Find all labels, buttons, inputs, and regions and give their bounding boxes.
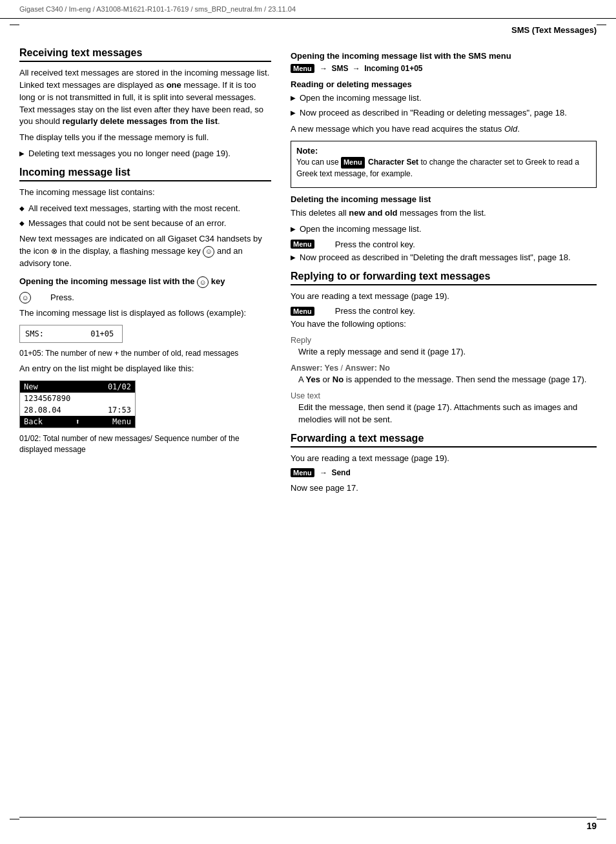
deleting-menu-press: Menu Press the control key. bbox=[291, 240, 597, 249]
note-menu-key: Menu bbox=[341, 157, 365, 169]
reply-option-answer: Answer: Yes / Answer: No A Yes or No is … bbox=[291, 364, 597, 386]
replying-heading: Replying to or forwarding text messages bbox=[291, 271, 597, 285]
reply-option-reply: Reply Write a reply message and send it … bbox=[291, 336, 597, 358]
arrow-2: → bbox=[353, 64, 360, 73]
incoming-bullet-1: All received text messages, starting wit… bbox=[19, 203, 271, 215]
use-text-title: Use text bbox=[291, 391, 597, 400]
page-footer: 19 bbox=[19, 817, 597, 831]
incoming-title: Incoming message list bbox=[19, 167, 271, 181]
replying-p2: You have the following options: bbox=[291, 318, 597, 331]
screen-nav-arrow: ⬆ bbox=[75, 417, 79, 426]
incoming-p1: The incoming message list contains: bbox=[19, 187, 271, 199]
screen-row4-right: Menu bbox=[112, 417, 131, 426]
sms-section-header: SMS (Text Messages) bbox=[0, 19, 616, 38]
replying-menu-key: Menu bbox=[291, 307, 314, 316]
reading-bullet-1: Open the incoming message list. bbox=[291, 92, 597, 105]
screen-list: New 01/02 1234567890 28.08.04 17:53 Back… bbox=[19, 380, 136, 428]
press-line: ☺ Press. bbox=[19, 292, 271, 304]
deleting-bullets2: Now proceed as described in "Deleting th… bbox=[291, 252, 597, 264]
screen-row3-right: 17:53 bbox=[108, 406, 131, 415]
main-content: Receiving text messages All received tex… bbox=[0, 45, 616, 499]
screen-sms-label: SMS: bbox=[25, 329, 90, 338]
delete-note-list: Deleting text messages you no longer nee… bbox=[19, 148, 271, 160]
forwarding-heading: Forwarding a text message bbox=[291, 433, 597, 448]
deleting-heading: Deleting the incoming message list bbox=[291, 194, 597, 204]
intro-p2: The display tells you if the message mem… bbox=[19, 132, 271, 144]
deleting-press-text: Press the control key. bbox=[335, 240, 415, 249]
answer-title: Answer: Yes / Answer: No bbox=[291, 364, 597, 373]
reading-note-p: A new message which you have read acquir… bbox=[291, 123, 597, 136]
display-example-p: The incoming message list is displayed a… bbox=[19, 307, 271, 320]
corner-mark-tr bbox=[597, 25, 606, 25]
sms-tag: SMS bbox=[331, 64, 348, 73]
screen-row-4: Back ⬆ Menu bbox=[20, 416, 135, 427]
intro-paragraph: All received text messages are stored in… bbox=[19, 67, 271, 128]
open-key-heading: Opening the incoming message list with t… bbox=[19, 276, 271, 288]
reply-option-use-text: Use text Edit the message, then send it … bbox=[291, 391, 597, 426]
new-messages-p: New text messages are indicated on all G… bbox=[19, 233, 271, 270]
note-box: Note: You can use Menu Character Set to … bbox=[291, 141, 597, 189]
incoming-path: Incoming 01+05 bbox=[364, 64, 422, 73]
open-sms-heading: Opening the incoming message list with t… bbox=[291, 51, 597, 61]
press-icon: ☺ bbox=[19, 292, 31, 304]
delete-note-text: Deleting text messages you no longer nee… bbox=[28, 148, 231, 160]
screen-row-3: 28.08.04 17:53 bbox=[20, 404, 135, 416]
screen-sms-value: 01+05 bbox=[90, 329, 114, 338]
example-p: An entry on the list might be displayed … bbox=[19, 363, 271, 375]
arrow-1: → bbox=[320, 64, 327, 73]
page: Gigaset C340 / Im-eng / A31008-M1621-R10… bbox=[0, 0, 616, 844]
note-label: Note: bbox=[296, 145, 591, 157]
caption1: 01+05: The number of new + the number of… bbox=[19, 348, 271, 359]
replying-p1: You are reading a text message (page 19)… bbox=[291, 291, 597, 303]
reading-heading: Reading or deleting messages bbox=[291, 79, 597, 89]
press-label-text: Press. bbox=[50, 293, 74, 302]
replying-menu-press: Menu Press the control key. bbox=[291, 306, 597, 316]
screen-row-1: New 01/02 bbox=[20, 381, 135, 393]
use-text-body: Edit the message, then send it (page 17)… bbox=[298, 402, 597, 426]
right-column: Opening the incoming message list with t… bbox=[291, 45, 597, 499]
reading-bullet-2: Now proceed as described in "Reading or … bbox=[291, 107, 597, 119]
screen-row-2: 1234567890 bbox=[20, 393, 135, 404]
caption2: 01/02: Total number of new messages/ Seq… bbox=[19, 433, 271, 456]
corner-mark-tl bbox=[10, 25, 19, 25]
old-status: Old bbox=[504, 124, 517, 134]
corner-mark-bl bbox=[10, 819, 19, 819]
deleting-bullet-1: Open the incoming message list. bbox=[291, 223, 597, 236]
screen-row2-text: 1234567890 bbox=[24, 394, 70, 403]
page-header: Gigaset C340 / Im-eng / A31008-M1621-R10… bbox=[0, 0, 616, 19]
menu-path: Menu → SMS → Incoming 01+05 bbox=[291, 64, 597, 73]
delete-note-item: Deleting text messages you no longer nee… bbox=[19, 148, 271, 160]
left-column: Receiving text messages All received tex… bbox=[19, 45, 271, 499]
deleting-bullet-2: Now proceed as described in "Deleting th… bbox=[291, 252, 597, 264]
main-title: Receiving text messages bbox=[19, 47, 271, 62]
message-key-icon: ☺ bbox=[203, 246, 214, 258]
reply-title: Reply bbox=[291, 336, 597, 345]
screen-row1-right: 01/02 bbox=[108, 382, 131, 391]
page-number: 19 bbox=[586, 821, 597, 831]
deleting-menu-key: Menu bbox=[291, 240, 314, 249]
corner-mark-br bbox=[597, 819, 606, 819]
screen-row1-left: New bbox=[24, 382, 38, 391]
forwarding-arrow: → bbox=[320, 468, 327, 477]
reading-bullets: Open the incoming message list. Now proc… bbox=[291, 92, 597, 119]
replying-press-text: Press the control key. bbox=[335, 306, 415, 316]
forwarding-menu-send: Menu → Send bbox=[291, 468, 597, 477]
forwarding-p2: Now see page 17. bbox=[291, 482, 597, 495]
menu-key-badge: Menu bbox=[291, 64, 314, 73]
answer-body: A Yes or No is appended to the message. … bbox=[298, 374, 597, 386]
reply-body: Write a reply message and send it (page … bbox=[298, 346, 597, 358]
sms-header-text: SMS (Text Messages) bbox=[511, 25, 597, 35]
incoming-bullets: All received text messages, starting wit… bbox=[19, 203, 271, 230]
deleting-bullets: Open the incoming message list. bbox=[291, 223, 597, 236]
header-text: Gigaset C340 / Im-eng / A31008-M1621-R10… bbox=[19, 5, 296, 13]
note-text: You can use Menu Character Set to change… bbox=[296, 157, 591, 180]
forwarding-p1: You are reading a text message (page 19)… bbox=[291, 453, 597, 465]
incoming-bullet-2: Messages that could not be sent because … bbox=[19, 218, 271, 230]
screen-row4-left: Back bbox=[24, 417, 43, 426]
forwarding-send-text: Send bbox=[331, 468, 350, 477]
deleting-p: This deletes all new and old messages fr… bbox=[291, 207, 597, 220]
screen-simple: SMS: 01+05 bbox=[19, 325, 123, 343]
screen-row3-left: 28.08.04 bbox=[24, 406, 61, 415]
forwarding-menu-key: Menu bbox=[291, 468, 314, 477]
key-icon-heading: ☺ bbox=[197, 276, 209, 288]
